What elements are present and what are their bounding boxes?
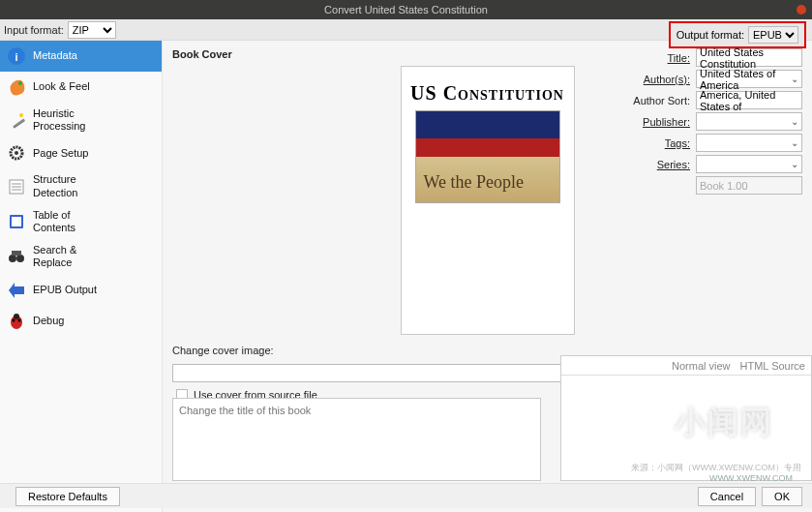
sidebar-item-epub-output[interactable]: EPUB Output xyxy=(0,275,162,306)
bug-icon xyxy=(6,311,27,332)
gear-icon xyxy=(6,142,27,164)
cover-title-text: US Constitution xyxy=(410,82,564,105)
title-label: Title: xyxy=(668,52,690,64)
svg-text:i: i xyxy=(15,51,17,63)
svg-rect-12 xyxy=(12,217,21,226)
svg-point-18 xyxy=(18,318,21,321)
sidebar-item-look-feel[interactable]: Look & Feel xyxy=(0,72,162,103)
author-field[interactable]: United States of America xyxy=(696,70,802,88)
binoculars-icon xyxy=(6,246,27,267)
comments-editor[interactable]: Change the title of this book xyxy=(172,398,541,481)
ok-button[interactable]: OK xyxy=(762,487,802,506)
tab-html-source[interactable]: HTML Source xyxy=(740,360,805,372)
cover-image: We the People xyxy=(415,110,560,203)
author-sort-label: Author Sort: xyxy=(633,95,690,106)
cover-preview: US Constitution We the People xyxy=(401,66,575,335)
sidebar-item-search-replace[interactable]: Search & Replace xyxy=(0,239,162,274)
metadata-form: Title:United States Constitution Author(… xyxy=(630,48,802,197)
svg-point-17 xyxy=(13,318,15,321)
sidebar-item-structure[interactable]: Structure Detection xyxy=(0,168,162,203)
svg-rect-3 xyxy=(13,119,25,129)
palette-icon xyxy=(6,76,27,98)
publisher-field[interactable] xyxy=(696,112,802,131)
svg-point-6 xyxy=(15,151,18,155)
watermark-url: WWW.XWENW.COM xyxy=(709,473,793,483)
restore-defaults-button[interactable]: Restore Defaults xyxy=(15,487,120,506)
publisher-label: Publisher: xyxy=(643,116,690,128)
title-field[interactable]: United States Constitution xyxy=(696,48,802,67)
series-label: Series: xyxy=(657,159,690,170)
window-title: Convert United States Constitution xyxy=(324,4,488,15)
wand-icon xyxy=(6,109,27,131)
output-format-label: Output format: xyxy=(677,29,744,41)
dialog-buttons: Restore Defaults Cancel OK xyxy=(0,483,812,508)
book-icon xyxy=(6,211,27,232)
lines-icon xyxy=(6,176,27,197)
series-index-field[interactable]: Book 1.00 xyxy=(696,176,802,195)
sidebar-item-heuristic[interactable]: Heuristic Processing xyxy=(0,103,162,137)
sidebar-item-page-setup[interactable]: Page Setup xyxy=(0,137,162,168)
title-bar: Convert United States Constitution xyxy=(0,0,812,19)
series-field[interactable] xyxy=(696,155,802,173)
svg-point-13 xyxy=(9,255,16,262)
arrow-left-icon xyxy=(6,280,27,301)
tags-field[interactable] xyxy=(696,134,802,152)
output-format-select[interactable]: EPUB xyxy=(748,26,798,44)
sidebar-item-debug[interactable]: Debug xyxy=(0,306,162,337)
author-sort-field[interactable]: America, United States of xyxy=(696,91,802,109)
sidebar-item-metadata[interactable]: i Metadata xyxy=(0,41,162,72)
svg-point-14 xyxy=(16,255,24,262)
author-label: Author(s): xyxy=(644,74,690,85)
output-format-highlight: Output format: EPUB xyxy=(669,21,806,48)
sidebar-item-toc[interactable]: Table of Contents xyxy=(0,204,162,239)
tags-label: Tags: xyxy=(665,137,690,149)
close-icon[interactable] xyxy=(797,5,806,15)
change-cover-label: Change cover image: xyxy=(172,345,274,356)
tab-normal-view[interactable]: Normal view xyxy=(672,360,731,372)
cancel-button[interactable]: Cancel xyxy=(698,487,756,506)
svg-point-4 xyxy=(19,113,23,117)
svg-point-2 xyxy=(18,81,22,85)
input-format-select[interactable]: ZIP xyxy=(68,21,116,39)
category-sidebar: i Metadata Look & Feel Heuristic Process… xyxy=(0,41,163,512)
svg-rect-15 xyxy=(12,251,21,256)
input-format-label: Input format: xyxy=(4,24,64,36)
svg-point-19 xyxy=(14,314,19,319)
description-panel: Normal view HTML Source 来源：小闻网（WWW.XWENW… xyxy=(560,355,812,481)
info-icon: i xyxy=(6,45,27,67)
